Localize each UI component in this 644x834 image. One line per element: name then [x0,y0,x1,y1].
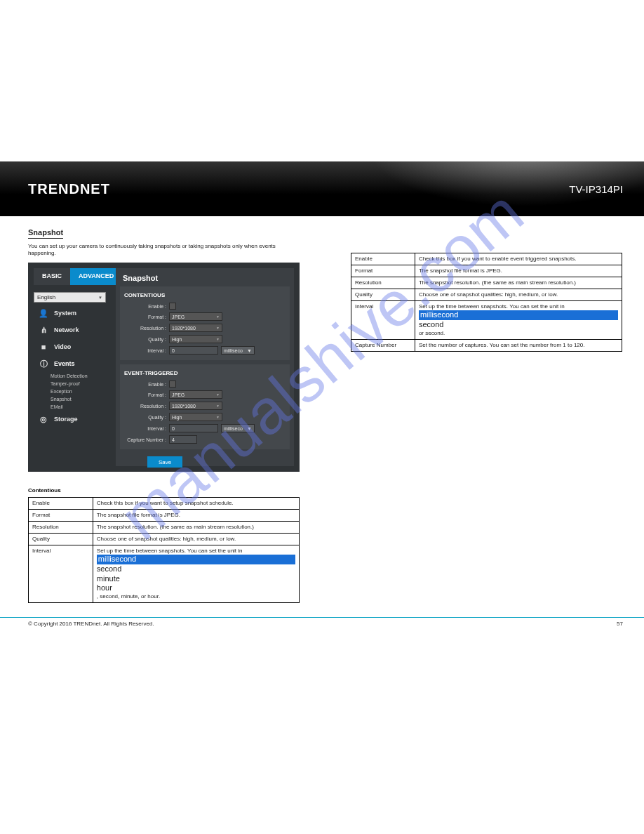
cell-key: Format [29,510,93,522]
cell-value: The snapshot file format is JPEG. [93,510,299,522]
copyright: © Copyright 2016 TRENDnet. All Rights Re… [28,621,154,627]
quality-select[interactable]: High▼ [169,413,222,421]
language-value: English [37,294,55,300]
interval-unit-select[interactable]: milliseco▼ [221,424,255,432]
chevron-down-icon: ▼ [216,415,220,419]
panel-title: Snapshot [116,268,294,286]
spec-table-event-triggered: EnableCheck this box if you want to enab… [351,253,622,352]
storage-icon: ◎ [38,414,49,424]
cell-value: Set the number of captures. You can set … [415,339,622,351]
user-icon: 👤 [38,308,49,318]
table-row: ResolutionThe snapshot resolution. (the … [351,277,622,289]
chevron-down-icon: ▼ [216,326,220,330]
option: hour [97,583,295,593]
network-icon: ⋔ [38,325,49,335]
sidebar-label: Storage [54,416,78,423]
section-description: You can set up your camera to continuous… [28,243,295,258]
text: Set up the time between snapshots. You c… [97,548,243,554]
sidebar-item-events[interactable]: ⓘ Events [34,355,111,372]
interval-unit-select[interactable]: milliseco▼ [221,346,255,355]
option: second [419,320,618,330]
sidebar-sub-motion[interactable]: Motion Detection [34,372,111,380]
page-footer: © Copyright 2016 TRENDnet. All Rights Re… [0,617,644,627]
chevron-down-icon: ▼ [247,348,252,353]
cell-key: Format [351,265,415,277]
value: milliseco [224,348,243,353]
group-title: CONTENTIOUS [120,289,290,301]
resolution-select[interactable]: 1920*1080▼ [169,402,222,410]
row-capture-number: Capture Number 4 [120,434,290,445]
page-number: 57 [617,621,623,627]
cell-key: Interval [29,545,93,603]
sidebar-sub-snapshot[interactable]: Snapshot [34,395,111,403]
label: Format [124,392,166,397]
save-button[interactable]: Save [147,456,182,468]
sidebar-sub-exception[interactable]: Exception [34,388,111,395]
sidebar-label: System [54,310,76,317]
text: , second, minute, or hour. [97,593,160,600]
cell-value: The snapshot resolution. (the same as ma… [415,277,622,289]
row-enable: Enable [120,301,290,311]
spec-table-contentious: EnableCheck this box if you want to setu… [28,497,300,603]
sidebar-sub-tamper[interactable]: Tamper-proof [34,380,111,388]
cell-value: Set up the time between snapshots. You c… [93,545,299,603]
row-resolution: Resolution 1920*1080▼ [120,322,290,333]
brand: TRENDNET [28,181,110,197]
option-highlighted: millisecond [97,555,295,564]
value: High [172,337,182,342]
resolution-select[interactable]: 1920*1080▼ [169,324,222,332]
row-interval: Interval 0 milliseco▼ [120,345,290,356]
capture-number-input[interactable]: 4 [169,435,197,444]
group-title: EVENT-TRIGGERED [120,367,290,379]
language-select[interactable]: English ▼ [34,292,106,303]
banner: TRENDNET TV-IP314PI [0,161,644,216]
format-select[interactable]: JPEG▼ [169,312,222,321]
cell-key: Enable [29,498,93,510]
sidebar: 👤 System ⋔ Network ■ Video ⓘ Events Moti… [34,305,111,428]
tab-basic[interactable]: BASIC [34,268,70,285]
model-number: TV-IP314PI [569,183,623,195]
table-heading-contentious: Contentious [28,487,61,494]
sidebar-item-system[interactable]: 👤 System [34,305,111,322]
sidebar-item-network[interactable]: ⋔ Network [34,322,111,338]
tab-bar: BASIC ADVANCED [34,268,122,285]
sidebar-item-video[interactable]: ■ Video [34,338,111,355]
label: Quality [124,415,166,420]
value: milliseco [224,426,243,431]
tab-advanced[interactable]: ADVANCED [70,268,122,285]
table-row: Interval Set up the time between snapsho… [29,545,300,603]
label: Interval [124,348,166,353]
enable-checkbox[interactable] [169,380,176,388]
value: 1920*1080 [172,326,196,331]
option: second [97,564,295,574]
chevron-down-icon: ▼ [216,392,220,397]
cell-key: Quality [351,289,415,301]
chevron-down-icon: ▼ [216,337,220,341]
text: or second. [419,330,445,336]
table-row: FormatThe snapshot file format is JPEG. [29,510,300,522]
cell-value: Set up the time between snapshots. You c… [415,301,622,340]
interval-input[interactable]: 0 [169,346,218,355]
row-resolution: Resolution 1920*1080▼ [120,400,290,411]
row-interval: Interval 0 milliseco▼ [120,423,290,434]
table-row: FormatThe snapshot file format is JPEG. [351,265,622,277]
cell-value: Choose one of snapshot qualities: high, … [93,534,299,545]
enable-checkbox[interactable] [169,303,176,310]
sidebar-label: Events [54,360,75,367]
sidebar-item-storage[interactable]: ◎ Storage [34,411,111,428]
cell-key: Interval [351,301,415,340]
table-row: Capture NumberSet the number of captures… [351,339,622,351]
sidebar-sub-email[interactable]: EMail [34,403,111,411]
settings-panel: Snapshot CONTENTIOUS Enable Format JPEG▼… [116,268,294,466]
table-row: Interval Set up the time between snapsho… [351,301,622,340]
label: Enable [124,304,166,309]
chevron-down-icon: ▼ [247,426,252,431]
label: Resolution [124,326,166,331]
format-select[interactable]: JPEG▼ [169,390,222,399]
value: JPEG [172,392,185,397]
interval-input[interactable]: 0 [169,424,218,432]
label: Format [124,315,166,319]
table-row: EnableCheck this box if you want to setu… [29,498,300,510]
cell-key: Resolution [29,522,93,534]
quality-select[interactable]: High▼ [169,335,222,343]
